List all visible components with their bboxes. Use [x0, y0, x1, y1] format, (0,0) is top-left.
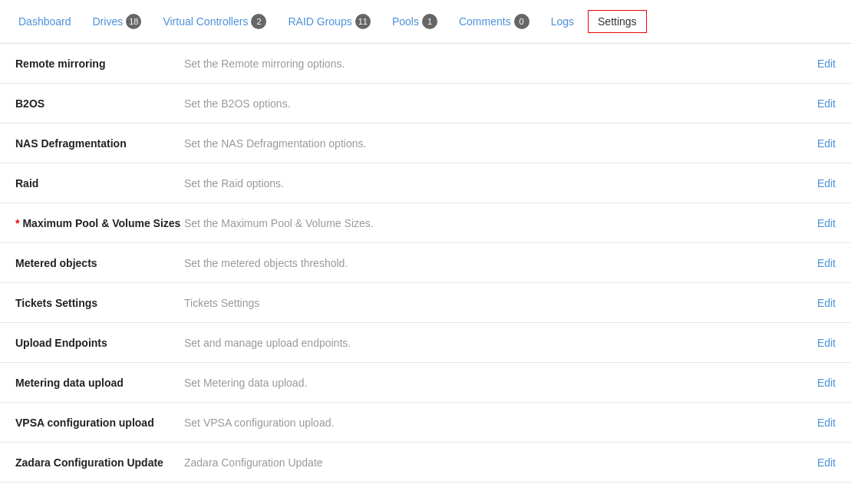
row-description-remote-mirroring: Set the Remote mirroring options. [184, 58, 802, 70]
nav-label-pools: Pools [392, 15, 419, 28]
settings-row-metering-data-upload: Metering data uploadSet Metering data up… [0, 363, 851, 403]
nav-label-comments: Comments [459, 15, 511, 28]
label-text-zadara-configuration-update: Zadara Configuration Update [15, 456, 163, 469]
row-label-raid: Raid [15, 177, 184, 189]
row-description-vpsa-configuration-upload: Set VPSA configuration upload. [184, 417, 802, 429]
settings-content: Remote mirroringSet the Remote mirroring… [0, 44, 851, 483]
nav-item-pools[interactable]: Pools1 [381, 0, 448, 43]
label-text-nas-defragmentation: NAS Defragmentation [15, 137, 127, 150]
label-text-b2os: B2OS [15, 97, 45, 110]
row-label-vpsa-configuration-upload: VPSA configuration upload [15, 417, 184, 429]
edit-button-metered-objects[interactable]: Edit [817, 257, 836, 269]
nav-label-dashboard: Dashboard [18, 15, 71, 28]
nav-label-drives: Drives [93, 15, 124, 28]
edit-button-remote-mirroring[interactable]: Edit [817, 58, 836, 70]
row-label-b2os: B2OS [15, 97, 184, 110]
settings-row-zadara-configuration-update: Zadara Configuration UpdateZadara Config… [0, 443, 851, 483]
edit-button-tickets-settings[interactable]: Edit [817, 297, 836, 309]
label-text-upload-endpoints: Upload Endpoints [15, 337, 107, 349]
label-text-metered-objects: Metered objects [15, 257, 97, 269]
settings-row-metered-objects: Metered objectsSet the metered objects t… [0, 243, 851, 283]
settings-row-max-pool-volume: * Maximum Pool & Volume SizesSet the Max… [0, 203, 851, 243]
label-text-metering-data-upload: Metering data upload [15, 377, 124, 389]
nav-label-logs: Logs [551, 15, 574, 28]
row-description-tickets-settings: Tickets Settings [184, 297, 802, 309]
row-description-upload-endpoints: Set and manage upload endpoints. [184, 337, 802, 349]
row-description-b2os: Set the B2OS options. [184, 97, 802, 110]
label-text-raid: Raid [15, 177, 38, 189]
nav-label-settings: Settings [598, 15, 637, 28]
nav-label-raid-groups: RAID Groups [288, 15, 351, 28]
row-description-metering-data-upload: Set Metering data upload. [184, 377, 802, 389]
nav-badge-virtual-controllers: 2 [251, 14, 266, 29]
nav-badge-pools: 1 [422, 14, 437, 29]
edit-button-raid[interactable]: Edit [817, 177, 836, 189]
row-description-raid: Set the Raid options. [184, 177, 802, 189]
row-label-upload-endpoints: Upload Endpoints [15, 337, 184, 349]
row-description-zadara-configuration-update: Zadara Configuration Update [184, 456, 802, 469]
nav-badge-raid-groups: 11 [355, 14, 371, 29]
nav-item-raid-groups[interactable]: RAID Groups11 [277, 0, 381, 43]
settings-row-vpsa-configuration-upload: VPSA configuration uploadSet VPSA config… [0, 403, 851, 443]
row-label-tickets-settings: Tickets Settings [15, 297, 184, 309]
row-label-max-pool-volume: * Maximum Pool & Volume Sizes [15, 217, 184, 229]
label-text-remote-mirroring: Remote mirroring [15, 58, 105, 70]
nav-item-drives[interactable]: Drives18 [82, 0, 153, 43]
settings-row-b2os: B2OSSet the B2OS options.Edit [0, 84, 851, 124]
edit-button-zadara-configuration-update[interactable]: Edit [817, 456, 836, 469]
row-label-metering-data-upload: Metering data upload [15, 377, 184, 389]
nav-badge-comments: 0 [514, 14, 529, 29]
edit-button-metering-data-upload[interactable]: Edit [817, 377, 836, 389]
settings-row-upload-endpoints: Upload EndpointsSet and manage upload en… [0, 323, 851, 363]
settings-row-tickets-settings: Tickets SettingsTickets SettingsEdit [0, 283, 851, 323]
row-label-zadara-configuration-update: Zadara Configuration Update [15, 456, 184, 469]
row-description-max-pool-volume: Set the Maximum Pool & Volume Sizes. [184, 217, 802, 229]
nav-item-logs[interactable]: Logs [540, 2, 585, 41]
row-description-metered-objects: Set the metered objects threshold. [184, 257, 802, 269]
label-text-max-pool-volume: Maximum Pool & Volume Sizes [22, 217, 180, 229]
row-label-remote-mirroring: Remote mirroring [15, 58, 184, 70]
settings-row-remote-mirroring: Remote mirroringSet the Remote mirroring… [0, 44, 851, 84]
edit-button-b2os[interactable]: Edit [817, 97, 836, 110]
nav-badge-drives: 18 [126, 14, 141, 29]
main-nav: DashboardDrives18Virtual Controllers2RAI… [0, 0, 851, 44]
row-description-nas-defragmentation: Set the NAS Defragmentation options. [184, 137, 802, 150]
nav-label-virtual-controllers: Virtual Controllers [163, 15, 248, 28]
edit-button-upload-endpoints[interactable]: Edit [817, 337, 836, 349]
settings-row-nas-defragmentation: NAS DefragmentationSet the NAS Defragmen… [0, 124, 851, 163]
edit-button-vpsa-configuration-upload[interactable]: Edit [817, 417, 836, 429]
row-label-metered-objects: Metered objects [15, 257, 184, 269]
nav-item-virtual-controllers[interactable]: Virtual Controllers2 [152, 0, 277, 43]
nav-item-settings[interactable]: Settings [588, 10, 647, 33]
asterisk-icon-max-pool-volume: * [15, 217, 19, 229]
nav-item-dashboard[interactable]: Dashboard [8, 2, 82, 41]
label-text-vpsa-configuration-upload: VPSA configuration upload [15, 417, 154, 429]
settings-row-raid: RaidSet the Raid options.Edit [0, 163, 851, 203]
edit-button-nas-defragmentation[interactable]: Edit [817, 137, 836, 150]
label-text-tickets-settings: Tickets Settings [15, 297, 97, 309]
row-label-nas-defragmentation: NAS Defragmentation [15, 137, 184, 150]
edit-button-max-pool-volume[interactable]: Edit [817, 217, 836, 229]
nav-item-comments[interactable]: Comments0 [448, 0, 540, 43]
